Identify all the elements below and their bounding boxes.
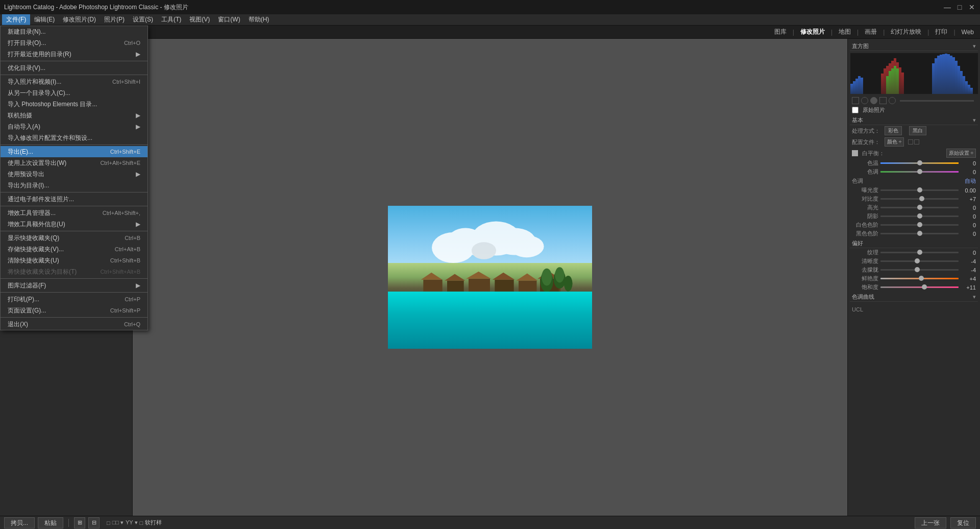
profile-row: 配置文件： 颜色 ÷ (850, 136, 978, 148)
menu-recent-catalog[interactable]: 打开最近使用的目录(R)▶ (1, 49, 148, 60)
menu-optimize-catalog[interactable]: 优化目录(V)... (1, 62, 148, 74)
nav-library[interactable]: 图库 (774, 28, 787, 36)
wb-dropdown[interactable]: 原始设置 ÷ (946, 149, 976, 158)
nav-map[interactable]: 地图 (839, 28, 851, 36)
nav-slideshow[interactable]: 幻灯片放映 (891, 28, 921, 36)
filter-btn[interactable] (879, 97, 887, 104)
menu-plugin-extras[interactable]: 增效工具额外信息(U)▶ (1, 219, 148, 230)
prev-photo-btn[interactable]: 上一张 (915, 517, 946, 528)
original-photo-checkbox[interactable] (852, 107, 859, 113)
dehaze-slider[interactable] (880, 269, 959, 271)
clarity-slider[interactable] (880, 260, 959, 262)
menu-help[interactable]: 帮助(H) (244, 14, 274, 25)
nav-print[interactable]: 打印 (935, 28, 947, 36)
shadows-row: 阴影 0 (850, 212, 978, 221)
whites-slider[interactable] (880, 224, 959, 226)
minimize-button[interactable]: — (943, 3, 951, 11)
menu-export-catalog[interactable]: 导出为目录(I)... (1, 180, 148, 191)
crop-tool-btn[interactable] (852, 97, 859, 104)
sep9 (1, 317, 148, 318)
sep2 (1, 75, 148, 75)
menu-plugin-manager[interactable]: 增效工具管理器...Ctrl+Alt+Shift+, (1, 207, 148, 219)
menu-page-setup[interactable]: 页面设置(G)...Ctrl+Shift+P (1, 305, 148, 316)
menu-clear-quick[interactable]: 清除快捷收藏夹(U)Ctrl+Shift+B (1, 255, 148, 266)
menu-save-quick[interactable]: 存储快捷收藏夹(V)...Ctrl+Alt+B (1, 244, 148, 255)
nav-develop[interactable]: 修改照片 (800, 28, 825, 36)
menu-settings[interactable]: 设置(S) (129, 14, 157, 25)
menu-export[interactable]: 导出(E)...Ctrl+Shift+E (1, 146, 148, 157)
titlebar: Lightroom Catalog - Adobe Photoshop Ligh… (0, 0, 980, 14)
toolbar-controls: □ □□ ▾ YY ▾ □ 软打样 (107, 519, 162, 526)
svg-point-30 (555, 268, 564, 283)
svg-rect-33 (850, 84, 853, 94)
menu-export-last[interactable]: 使用上次设置导出(W)Ctrl+Alt+Shift+E (1, 157, 148, 169)
color-tint-slider[interactable] (880, 171, 959, 173)
maximize-button[interactable]: □ (955, 3, 964, 11)
red-eye-btn[interactable] (870, 97, 877, 104)
svg-point-6 (472, 242, 496, 259)
profile-dropdown[interactable]: 颜色 ÷ (885, 137, 904, 147)
radial-btn[interactable] (889, 97, 896, 104)
menu-tethered[interactable]: 联机拍摄▶ (1, 110, 148, 121)
menu-window[interactable]: 窗口(W) (214, 14, 244, 25)
contrast-slider[interactable] (880, 198, 959, 200)
svg-rect-38 (881, 74, 884, 94)
menu-email-photo[interactable]: 通过电子邮件发送照片... (1, 194, 148, 205)
menu-new-catalog[interactable]: 新建目录(N)... (1, 26, 148, 37)
svg-marker-14 (493, 273, 515, 280)
color-btn[interactable]: 彩色 (885, 126, 902, 135)
tone-curve-header[interactable]: 色调曲线 ▾ (850, 292, 978, 302)
reset-btn[interactable]: 复位 (950, 517, 976, 528)
bw-btn[interactable]: 黑白 (909, 126, 926, 135)
blacks-slider[interactable] (880, 233, 959, 234)
menu-import-photos[interactable]: 导入照片和视频(I)...Ctrl+Shift+I (1, 76, 148, 87)
svg-rect-63 (960, 71, 963, 94)
copy-button[interactable]: 拷贝... (4, 517, 35, 528)
eyedropper-icon[interactable] (852, 150, 858, 156)
loupe-view-btn[interactable]: ⊟ (88, 517, 100, 528)
menu-import-another[interactable]: 从另一个目录导入(C)... (1, 87, 148, 99)
saturation-slider[interactable] (880, 286, 959, 288)
svg-point-27 (542, 269, 552, 286)
texture-slider[interactable] (880, 252, 959, 253)
dehaze-row: 去朦胧 -4 (850, 266, 978, 274)
color-temp-slider[interactable] (880, 162, 959, 164)
exposure-slider[interactable] (880, 189, 959, 191)
svg-rect-46 (901, 73, 904, 94)
nav-web[interactable]: Web (962, 29, 974, 36)
soft-proof-btn[interactable]: 软打样 (145, 519, 162, 526)
menu-develop[interactable]: 修改照片(D) (59, 14, 100, 25)
shadows-slider[interactable] (880, 215, 959, 217)
menu-open-catalog[interactable]: 打开目录(O)...Ctrl+O (1, 37, 148, 49)
close-button[interactable]: ✕ (968, 3, 976, 11)
window-controls: — □ ✕ (943, 3, 976, 11)
menu-import-elements[interactable]: 导入 Photoshop Elements 目录... (1, 99, 148, 110)
nav-book[interactable]: 画册 (865, 28, 877, 36)
profile-grid-1[interactable] (908, 139, 913, 145)
paste-button[interactable]: 粘贴 (38, 517, 63, 528)
menu-print[interactable]: 打印机(P)...Ctrl+P (1, 294, 148, 305)
grid-view-btn[interactable]: ⊞ (74, 517, 85, 528)
vibrance-slider[interactable] (880, 278, 959, 279)
menu-file[interactable]: 文件(F) (2, 14, 30, 25)
highlights-slider[interactable] (880, 207, 959, 208)
menu-library-filter[interactable]: 图库过滤器(F)▶ (1, 280, 148, 291)
highlights-row: 高光 0 (850, 203, 978, 212)
nav-buttons: 上一张 复位 (915, 517, 976, 528)
menu-export-preset[interactable]: 使用预设导出▶ (1, 169, 148, 180)
menu-tools[interactable]: 工具(T) (157, 14, 185, 25)
profile-grid-2[interactable] (914, 139, 919, 145)
slider-tool[interactable] (900, 100, 974, 102)
svg-rect-62 (958, 66, 960, 94)
color-tint-row: 色调 0 (850, 167, 978, 176)
menu-view[interactable]: 视图(V) (185, 14, 214, 25)
spot-heal-btn[interactable] (861, 97, 868, 104)
menu-edit[interactable]: 编辑(E) (30, 14, 59, 25)
menu-photo[interactable]: 照片(P) (100, 14, 129, 25)
menu-quick-collection[interactable]: 显示快捷收藏夹(Q)Ctrl+B (1, 232, 148, 244)
menu-auto-import[interactable]: 自动导入(A)▶ (1, 121, 148, 132)
menu-import-profiles[interactable]: 导入修改照片配置文件和预设... (1, 132, 148, 143)
auto-tone-btn[interactable]: 自动 (965, 177, 976, 185)
menu-exit[interactable]: 退出(X)Ctrl+Q (1, 319, 148, 330)
sep5 (1, 206, 148, 206)
